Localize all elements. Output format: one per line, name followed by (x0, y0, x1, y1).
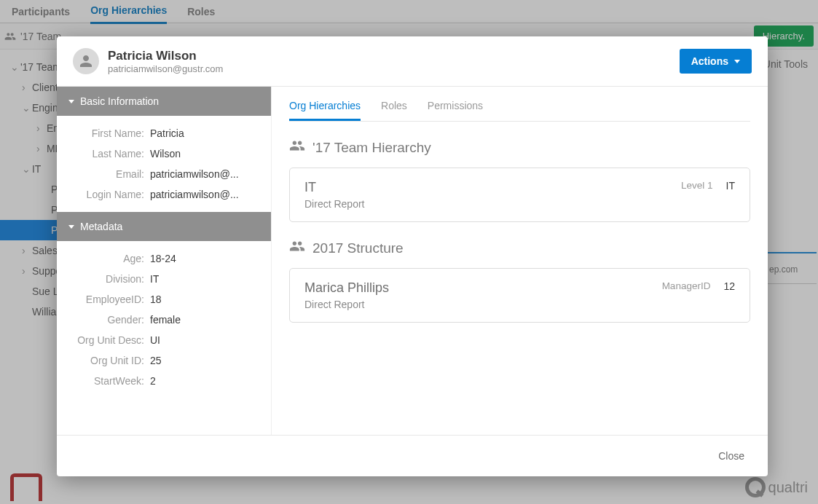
info-value: Patricia (150, 127, 184, 139)
modal-right-panel: Org HierarchiesRolesPermissions '17 Team… (272, 87, 768, 435)
group-icon (289, 138, 305, 157)
card-info-label: Level 1 (681, 180, 713, 191)
section-header[interactable]: Metadata (57, 212, 271, 241)
info-value: 2 (150, 375, 156, 387)
chevron-down-icon (68, 100, 74, 103)
info-value: IT (150, 273, 159, 285)
card-subtitle: Direct Report (304, 198, 364, 210)
card-subtitle: Direct Report (304, 299, 389, 310)
group-icon (289, 238, 305, 258)
info-label: Org Unit Desc: (57, 334, 150, 346)
hierarchies-container: '17 Team HierarchyITDirect ReportLevel 1… (289, 122, 750, 323)
info-row: EmployeeID:18 (57, 289, 259, 310)
section-title: Basic Information (80, 95, 159, 107)
info-label: Gender: (57, 314, 150, 326)
info-value: patriciamwilson@... (150, 189, 239, 200)
modal-person-email: patriciamwilson@gustr.com (108, 63, 223, 74)
card-title: Marica Phillips (304, 280, 389, 296)
info-label: First Name: (57, 127, 150, 139)
info-label: Last Name: (57, 148, 150, 160)
info-row: Age:18-24 (57, 248, 259, 269)
info-label: StartWeek: (57, 375, 150, 387)
close-button[interactable]: Close (711, 446, 752, 466)
hierarchy-title: '17 Team Hierarchy (312, 140, 431, 156)
info-label: Division: (57, 273, 150, 285)
hierarchy-section: 2017 StructureMarica PhillipsDirect Repo… (289, 238, 750, 323)
info-row: Gender:female (57, 310, 259, 330)
card-info-value: 12 (723, 280, 735, 292)
person-icon (77, 52, 95, 70)
info-label: Age: (57, 253, 150, 264)
info-label: EmployeeID: (57, 294, 150, 305)
info-value: UI (150, 334, 160, 346)
info-label: Org Unit ID: (57, 355, 150, 366)
card-info-label: ManagerID (662, 280, 711, 291)
hierarchy-title: 2017 Structure (312, 240, 404, 256)
info-value: 18 (150, 294, 162, 305)
chevron-down-icon (734, 60, 740, 63)
modal-tab-permissions[interactable]: Permissions (428, 91, 483, 121)
info-row: Org Unit Desc:UI (57, 330, 259, 350)
info-value: patriciamwilson@... (150, 168, 239, 180)
info-label: Login Name: (57, 189, 150, 200)
info-value: 18-24 (150, 253, 176, 264)
modal-tab-roles[interactable]: Roles (381, 91, 407, 121)
info-value: 25 (150, 355, 162, 366)
hierarchy-card[interactable]: Marica PhillipsDirect ReportManagerID12 (289, 268, 750, 323)
modal-tabs: Org HierarchiesRolesPermissions (289, 87, 750, 122)
hierarchy-card[interactable]: ITDirect ReportLevel 1IT (289, 168, 750, 222)
modal-header: Patricia Wilson patriciamwilson@gustr.co… (57, 36, 768, 87)
info-row: Division:IT (57, 269, 259, 289)
info-row: Email:patriciamwilson@... (57, 164, 259, 184)
actions-button-label: Actions (691, 55, 728, 67)
card-title: IT (304, 180, 364, 195)
info-value: Wilson (150, 148, 181, 160)
info-row: StartWeek:2 (57, 371, 259, 391)
info-label: Email: (57, 168, 150, 180)
info-row: First Name:Patricia (57, 123, 259, 143)
modal-person-name: Patricia Wilson (108, 49, 223, 63)
actions-button[interactable]: Actions (680, 49, 752, 74)
section-title: Metadata (80, 221, 122, 232)
avatar (73, 48, 99, 74)
hierarchy-section: '17 Team HierarchyITDirect ReportLevel 1… (289, 138, 750, 222)
info-row: Login Name:patriciamwilson@... (57, 184, 259, 205)
info-row: Last Name:Wilson (57, 143, 259, 164)
participant-modal: Patricia Wilson patriciamwilson@gustr.co… (57, 36, 768, 476)
modal-tab-org-hierarchies[interactable]: Org Hierarchies (289, 91, 361, 121)
info-value: female (150, 314, 181, 326)
modal-footer: Close (57, 435, 768, 476)
info-row: Org Unit ID:25 (57, 350, 259, 371)
modal-left-panel: Basic InformationFirst Name:PatriciaLast… (57, 87, 272, 435)
section-header[interactable]: Basic Information (57, 87, 271, 116)
card-info-value: IT (726, 180, 735, 192)
chevron-down-icon (68, 225, 74, 229)
